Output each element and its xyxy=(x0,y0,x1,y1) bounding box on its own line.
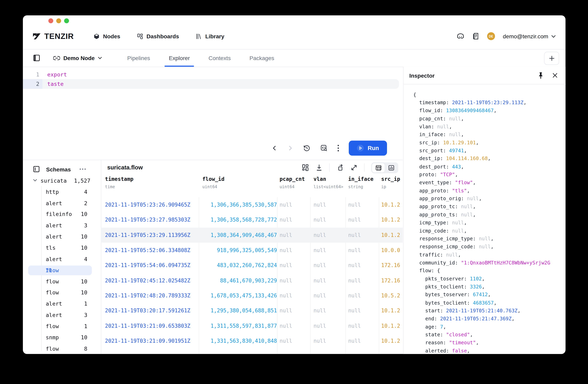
tab-packages[interactable]: Packages xyxy=(245,49,278,67)
cell-timestamp: 2021-11-19T02:48:20.789333Z xyxy=(105,292,199,299)
nav-item-dashboards[interactable]: Dashboards xyxy=(137,33,179,40)
json-key: app_proto: xyxy=(419,188,452,193)
json-value: null xyxy=(452,228,464,233)
column-header-pcap_cnt[interactable]: pcap_cntuint64 xyxy=(280,176,305,189)
table-row[interactable]: 2021-11-19T05:23:27.985303Z1,306,358,568… xyxy=(101,212,402,228)
run-button[interactable]: Run xyxy=(349,141,387,156)
table-row[interactable]: 2021-11-19T03:21:09.901951Z1,331,563,830… xyxy=(101,333,402,348)
window-minimize-button[interactable] xyxy=(56,18,61,23)
discord-icon[interactable] xyxy=(456,33,464,40)
json-comma: , xyxy=(494,108,497,113)
editor-line[interactable]: 2taste xyxy=(23,79,399,89)
window-zoom-button[interactable] xyxy=(64,18,69,23)
schema-item-alert[interactable]: alert4 xyxy=(23,254,101,265)
cell-vlan: null xyxy=(314,323,345,329)
node-picker[interactable]: Demo Node xyxy=(53,55,102,61)
table-row[interactable]: 2021-11-19T03:21:09.653803Z1,311,558,597… xyxy=(101,318,402,333)
schema-item-flow[interactable]: flow1 xyxy=(23,320,101,332)
schema-item-alert[interactable]: alert10 xyxy=(23,231,101,242)
cell-vlan: null xyxy=(314,338,345,344)
table-row[interactable]: 2021-11-19T05:23:29.113956Z1,308,364,909… xyxy=(101,228,402,243)
json-line: src_port: 49741, xyxy=(403,147,566,154)
code-search-icon[interactable] xyxy=(320,144,328,152)
schema-item-count: 1 xyxy=(84,323,87,329)
close-icon[interactable] xyxy=(552,73,558,78)
nav-item-nodes[interactable]: Nodes xyxy=(93,33,120,40)
schema-item-alert[interactable]: alert1 xyxy=(23,298,101,309)
schema-item-name: flow xyxy=(46,323,59,329)
json-key: traffic: xyxy=(419,252,446,257)
cell-pcap_cnt: null xyxy=(280,202,310,208)
json-punct: { xyxy=(413,92,416,97)
json-line: bytes_toserver: 67412, xyxy=(403,291,566,299)
column-header-timestamp[interactable]: timestamptime xyxy=(105,176,133,189)
schema-item-http[interactable]: http4 xyxy=(23,186,101,197)
schema-item-count: 10 xyxy=(81,245,87,251)
nav-item-library[interactable]: Library xyxy=(196,33,224,40)
more-horizontal-icon[interactable] xyxy=(80,169,86,170)
column-header-src_ip[interactable]: src_ipip xyxy=(381,176,400,189)
expand-icon[interactable] xyxy=(351,164,357,171)
cell-timestamp: 2021-11-19T05:54:06.094735Z xyxy=(105,262,199,268)
json-key: icmp_code: xyxy=(419,228,452,233)
json-value: null xyxy=(449,116,461,121)
schema-item-snmp[interactable]: snmp10 xyxy=(23,332,101,343)
new-tab-button[interactable] xyxy=(544,52,559,65)
more-vertical-icon[interactable] xyxy=(337,145,339,151)
cell-in_iface: null xyxy=(348,277,378,283)
history-forward-icon[interactable] xyxy=(287,145,293,151)
json-line: dest_port: 443, xyxy=(403,163,566,171)
history-icon[interactable] xyxy=(303,144,311,152)
add-to-dashboard-icon[interactable] xyxy=(302,164,309,171)
chevron-down-icon xyxy=(98,57,102,59)
window-close-button[interactable] xyxy=(48,18,53,23)
column-header-flow_id[interactable]: flow_iduint64 xyxy=(202,176,225,189)
cell-in_iface: null xyxy=(348,292,378,299)
json-key: app_proto_orig: xyxy=(419,196,467,201)
table-row[interactable]: 2021-11-19T02:48:20.789333Z1,678,053,475… xyxy=(101,288,402,303)
table-view-button[interactable] xyxy=(372,163,385,172)
tab-contexts[interactable]: Contexts xyxy=(204,49,235,67)
schema-item-count: 10 xyxy=(81,334,87,340)
column-header-in_iface[interactable]: in_ifacestring xyxy=(348,176,374,189)
json-line: icmp_type: null, xyxy=(403,218,566,227)
download-icon[interactable] xyxy=(316,164,323,171)
sidebar-toggle-icon[interactable] xyxy=(33,54,40,62)
json-value: 443 xyxy=(452,164,461,170)
table-row[interactable]: 2021-11-19T02:45:12.025482Z88,461,670,90… xyxy=(101,273,402,288)
chart-view-button[interactable] xyxy=(385,163,398,172)
docs-icon[interactable] xyxy=(472,33,479,40)
schema-group-suricata[interactable]: suricata1,527 xyxy=(23,175,101,186)
schema-item-alert[interactable]: alert3 xyxy=(23,220,101,231)
schema-item-flow[interactable]: flow10 xyxy=(23,276,101,287)
json-value: 2021-11-19T05:21:47.369Z xyxy=(440,316,512,321)
account-menu[interactable]: demo@tenzir.com xyxy=(503,33,556,39)
schema-item-alert[interactable]: alert2 xyxy=(23,198,101,209)
table-row[interactable]: 2021-11-19T05:23:26.909465Z1,306,366,385… xyxy=(101,197,402,212)
tab-explorer[interactable]: Explorer xyxy=(165,49,194,67)
tab-pipelines[interactable]: Pipelines xyxy=(123,49,154,67)
avatar[interactable]: DE xyxy=(487,32,495,40)
schema-item-flow[interactable]: flow10 xyxy=(23,265,101,276)
schema-item-count: 10 xyxy=(81,290,87,296)
pin-icon[interactable] xyxy=(538,72,543,79)
schema-item-flow[interactable]: flow10 xyxy=(23,287,101,298)
copy-pipeline-icon[interactable] xyxy=(336,164,344,171)
editor-line[interactable]: 1export xyxy=(23,70,399,79)
json-value: null xyxy=(479,236,491,241)
table-row[interactable]: 2021-11-19T03:20:17.591261Z1,295,380,054… xyxy=(101,303,402,318)
json-value: 1308364909468467 xyxy=(446,108,494,113)
schema-item-alert[interactable]: alert3 xyxy=(23,309,101,320)
column-header-vlan[interactable]: vlanlist<uint64> xyxy=(314,176,343,189)
schema-item-flow[interactable]: flow8 xyxy=(23,343,101,354)
inspector-json[interactable]: {timestamp: 2021-11-19T05:23:29.113Z,flo… xyxy=(403,85,566,354)
table-row[interactable]: 2021-11-19T05:54:06.094735Z483,032,260,7… xyxy=(101,258,402,273)
schema-item-tls[interactable]: tls10 xyxy=(23,242,101,254)
table-header: timestamptimeflow_iduint64pcap_cntuint64… xyxy=(101,176,402,197)
schema-item-fileinfo[interactable]: fileinfo10 xyxy=(23,209,101,220)
line-number: 2 xyxy=(23,81,40,87)
history-back-icon[interactable] xyxy=(272,145,277,151)
tenzir-logo[interactable]: TENZIR xyxy=(32,32,74,41)
table-row[interactable]: 2021-11-19T05:52:06.334808Z918,996,325,0… xyxy=(101,242,402,258)
panel-collapse-icon[interactable] xyxy=(33,166,40,172)
